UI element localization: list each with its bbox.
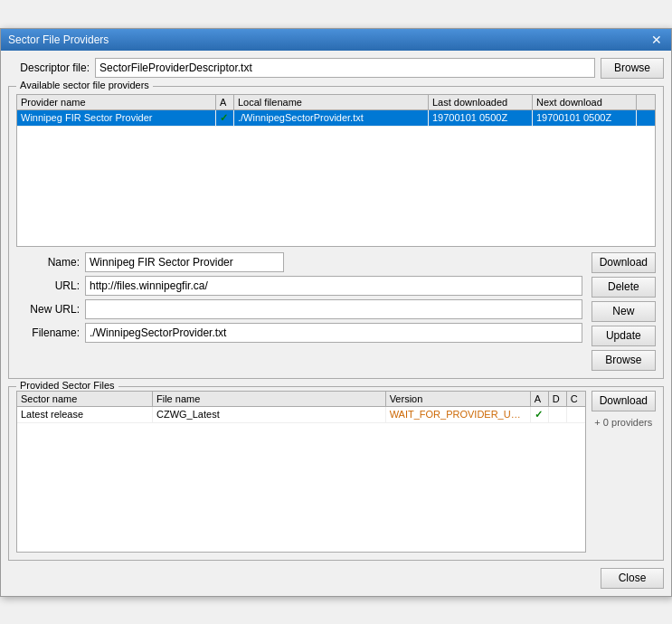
td-version: WAIT_FOR_PROVIDER_UPDATE (386, 407, 531, 422)
provider-form-buttons: Download Delete New Update Browse (592, 252, 656, 371)
name-input[interactable] (85, 252, 284, 272)
descriptor-input[interactable] (95, 58, 595, 78)
td-active: ✓ (216, 110, 234, 126)
col-version: Version (386, 392, 531, 406)
col-active: A (216, 95, 234, 109)
url-row: URL: (16, 276, 582, 296)
new-url-input[interactable] (85, 299, 582, 319)
col-last-downloaded: Last downloaded (429, 95, 533, 109)
filename-row: Filename: (16, 323, 582, 343)
new-provider-button[interactable]: New (592, 301, 656, 322)
new-url-label: New URL: (16, 303, 80, 316)
window-title: Sector File Providers (8, 33, 109, 46)
sector-table-row[interactable]: Latest release CZWG_Latest WAIT_FOR_PROV… (17, 407, 585, 423)
download-provider-button[interactable]: Download (592, 252, 656, 273)
providers-table-body: Winnipeg FIR Sector Provider ✓ ./Winnipe… (17, 110, 655, 246)
providers-table: Provider name A Local filename Last down… (16, 94, 656, 247)
sectors-table-body: Latest release CZWG_Latest WAIT_FOR_PROV… (17, 407, 585, 552)
filename-label: Filename: (16, 326, 80, 339)
col-local-filename: Local filename (234, 95, 429, 109)
providers-form-grid: Name: URL: New URL: Filename: (16, 252, 656, 371)
new-url-row: New URL: (16, 299, 582, 319)
sector-table-area: Sector name File name Version A D C Late… (16, 391, 656, 553)
url-label: URL: (16, 279, 80, 292)
name-label: Name: (16, 256, 80, 269)
td-a: ✓ (531, 407, 549, 422)
filename-input[interactable] (85, 323, 582, 343)
main-window: Sector File Providers ✕ Descriptor file:… (0, 28, 672, 597)
sector-files-title: Provided Sector Files (16, 380, 118, 391)
col-provider-name: Provider name (17, 95, 216, 109)
col-d: D (549, 392, 567, 406)
td-d (549, 407, 567, 422)
col-c: C (567, 392, 585, 406)
providers-form-fields: Name: URL: New URL: Filename: (16, 252, 582, 371)
sector-table-container: Sector name File name Version A D C Late… (16, 391, 586, 553)
url-input[interactable] (85, 276, 582, 296)
available-providers-title: Available sector file providers (16, 80, 153, 90)
close-button[interactable]: Close (601, 568, 664, 589)
td-local-filename: ./WinnipegSectorProvider.txt (234, 110, 429, 126)
td-file-name: CZWG_Latest (153, 407, 386, 422)
descriptor-row: Descriptor file: Browse (8, 58, 664, 79)
sectors-table-header: Sector name File name Version A D C (17, 392, 585, 407)
td-next-download: 19700101 0500Z (533, 110, 637, 126)
td-provider-name: Winnipeg FIR Sector Provider (17, 110, 216, 126)
window-content: Descriptor file: Browse Available sector… (1, 51, 671, 596)
col-sector-name: Sector name (17, 392, 153, 406)
browse-provider-button[interactable]: Browse (592, 350, 656, 371)
delete-provider-button[interactable]: Delete (592, 277, 656, 298)
name-row: Name: (16, 252, 582, 272)
sector-side-buttons: Download + 0 providers (592, 391, 656, 430)
descriptor-browse-button[interactable]: Browse (601, 58, 664, 79)
close-window-button[interactable]: ✕ (649, 33, 664, 46)
providers-form: Name: URL: New URL: Filename: (16, 252, 656, 371)
col-next-download: Next download (533, 95, 637, 109)
sector-files-group: Provided Sector Files Sector name File n… (8, 386, 664, 561)
td-extra (637, 110, 655, 126)
available-providers-group: Available sector file providers Provider… (8, 86, 664, 379)
sectors-table: Sector name File name Version A D C Late… (16, 391, 586, 553)
descriptor-label: Descriptor file: (8, 61, 90, 74)
title-bar: Sector File Providers ✕ (1, 29, 671, 51)
col-a: A (531, 392, 549, 406)
col-file-name: File name (153, 392, 386, 406)
bottom-row: Close (8, 568, 664, 589)
providers-table-header: Provider name A Local filename Last down… (17, 95, 655, 110)
update-provider-button[interactable]: Update (592, 326, 656, 346)
td-c (567, 407, 585, 422)
td-sector-name: Latest release (17, 407, 153, 422)
td-last-downloaded: 19700101 0500Z (429, 110, 533, 126)
col-extra (637, 95, 655, 109)
download-sector-button[interactable]: Download (592, 391, 656, 411)
table-row[interactable]: Winnipeg FIR Sector Provider ✓ ./Winnipe… (17, 110, 655, 127)
providers-count: + 0 providers (592, 415, 656, 430)
